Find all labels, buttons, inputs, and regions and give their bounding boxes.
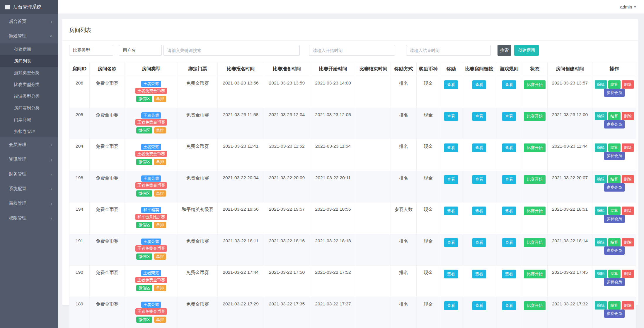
column-header: 状态 <box>522 62 548 76</box>
view-reward-button[interactable]: 查看 <box>444 143 458 152</box>
create-room-button[interactable]: 创建房间 <box>514 45 539 56</box>
view-rules-button[interactable]: 查看 <box>502 301 516 310</box>
sidebar-subitem[interactable]: 房间赛制分类 <box>0 102 58 114</box>
status-badge[interactable]: 比赛开始 <box>524 175 546 184</box>
view-link-button[interactable]: 查看 <box>472 270 486 278</box>
delete-button[interactable]: 删除 <box>622 80 634 89</box>
settle-button[interactable]: 结算 <box>608 175 621 183</box>
members-button[interactable]: 参赛会员 <box>604 89 625 97</box>
edit-button[interactable]: 编辑 <box>595 238 607 246</box>
sidebar-item[interactable]: 权限管理› <box>0 211 58 225</box>
status-badge[interactable]: 比赛开始 <box>524 238 546 247</box>
settle-button[interactable]: 结算 <box>608 207 621 215</box>
view-rules-button[interactable]: 查看 <box>502 143 516 152</box>
sidebar-item[interactable]: 会员管理› <box>0 137 58 152</box>
status-badge[interactable]: 比赛开始 <box>524 80 546 89</box>
view-reward-button[interactable]: 查看 <box>444 207 458 215</box>
view-reward-button[interactable]: 查看 <box>444 270 458 278</box>
sidebar-subitem[interactable]: 门票商城 <box>0 114 58 126</box>
delete-button[interactable]: 删除 <box>622 112 634 120</box>
delete-button[interactable]: 删除 <box>622 175 634 183</box>
members-button[interactable]: 参赛会员 <box>604 215 625 223</box>
members-button[interactable]: 参赛会员 <box>604 246 625 255</box>
status-badge[interactable]: 比赛开始 <box>524 112 546 121</box>
delete-button[interactable]: 删除 <box>622 207 634 215</box>
sidebar-item[interactable]: 后台首页› <box>0 14 58 29</box>
status-badge[interactable]: 比赛开始 <box>524 143 546 152</box>
members-button[interactable]: 参赛会员 <box>604 183 625 192</box>
view-reward-button[interactable]: 查看 <box>444 301 458 310</box>
delete-button[interactable]: 删除 <box>622 301 634 310</box>
status-badge[interactable]: 比赛开始 <box>524 270 546 278</box>
edit-button[interactable]: 编辑 <box>595 301 607 310</box>
view-rules-button[interactable]: 查看 <box>502 238 516 247</box>
view-link-button[interactable]: 查看 <box>472 143 486 152</box>
match-type-field[interactable] <box>69 45 113 56</box>
sidebar-subitem[interactable]: 游戏类型分类 <box>0 67 58 79</box>
settle-button[interactable]: 结算 <box>608 112 621 120</box>
user-menu[interactable]: admin ▾ <box>620 0 636 13</box>
settle-button[interactable]: 结算 <box>608 301 621 310</box>
view-link-button[interactable]: 查看 <box>472 175 486 184</box>
status-badge[interactable]: 比赛开始 <box>524 207 546 215</box>
view-link-button[interactable]: 查看 <box>472 80 486 89</box>
view-link-button[interactable]: 查看 <box>472 238 486 247</box>
view-reward-button[interactable]: 查看 <box>444 238 458 247</box>
room-type-tag: 王者荣耀 <box>141 270 161 276</box>
delete-button[interactable]: 删除 <box>622 238 634 246</box>
cell-created-time: 2021-03-22 18:14 <box>548 234 592 266</box>
sidebar-subitem[interactable]: 折扣卷管理 <box>0 126 58 137</box>
tag-line: 和平精英和平击杀比拼赛 <box>126 207 176 220</box>
sidebar-item[interactable]: 审核管理› <box>0 196 58 211</box>
cell-status: 比赛开始 <box>522 297 548 328</box>
settle-button[interactable]: 结算 <box>608 80 621 89</box>
keyword-search-input[interactable] <box>163 45 300 56</box>
members-button[interactable]: 参赛会员 <box>604 310 625 318</box>
action-line: 编辑结算删除 <box>594 80 635 89</box>
cell-start-time: 2021-03-22 18:56 <box>310 202 356 234</box>
delete-button[interactable]: 删除 <box>622 270 634 278</box>
sidebar-subitem[interactable]: 比赛类型分类 <box>0 79 58 90</box>
sidebar-item[interactable]: 资讯管理› <box>0 152 58 167</box>
view-rules-button[interactable]: 查看 <box>502 175 516 184</box>
sidebar-subitem[interactable]: 端游类型分类 <box>0 90 58 102</box>
sidebar-subitem[interactable]: 房间列表 <box>0 55 58 67</box>
cell-view-link: 查看 <box>462 171 496 202</box>
room-type-tag: 微信区 <box>136 190 152 197</box>
members-button[interactable]: 参赛会员 <box>604 120 625 129</box>
end-time-input[interactable] <box>406 45 491 56</box>
view-reward-button[interactable]: 查看 <box>444 80 458 89</box>
edit-button[interactable]: 编辑 <box>595 143 607 152</box>
cell-view-reward: 查看 <box>440 108 462 139</box>
edit-button[interactable]: 编辑 <box>595 112 607 120</box>
view-link-button[interactable]: 查看 <box>472 301 486 310</box>
view-link-button[interactable]: 查看 <box>472 207 486 215</box>
start-time-input[interactable] <box>309 45 395 56</box>
view-reward-button[interactable]: 查看 <box>444 175 458 184</box>
edit-button[interactable]: 编辑 <box>595 175 607 183</box>
search-button[interactable]: 搜索 <box>498 45 511 56</box>
sidebar-subitem[interactable]: 创建房间 <box>0 43 58 55</box>
members-button[interactable]: 参赛会员 <box>604 278 625 286</box>
delete-button[interactable]: 删除 <box>622 143 634 152</box>
sidebar-item[interactable]: 系统配置› <box>0 181 58 196</box>
settle-button[interactable]: 结算 <box>608 143 621 152</box>
username-field[interactable] <box>119 45 162 56</box>
column-header: 房间ID <box>69 62 90 76</box>
members-button[interactable]: 参赛会员 <box>604 152 625 160</box>
cell-ticket: 免费金币赛 <box>178 297 218 328</box>
settle-button[interactable]: 结算 <box>608 270 621 278</box>
sidebar-item[interactable]: 财务管理› <box>0 167 58 181</box>
view-rules-button[interactable]: 查看 <box>502 112 516 121</box>
edit-button[interactable]: 编辑 <box>595 207 607 215</box>
settle-button[interactable]: 结算 <box>608 238 621 246</box>
view-rules-button[interactable]: 查看 <box>502 207 516 215</box>
view-rules-button[interactable]: 查看 <box>502 80 516 89</box>
status-badge[interactable]: 比赛开始 <box>524 301 546 310</box>
view-reward-button[interactable]: 查看 <box>444 112 458 121</box>
sidebar-item[interactable]: 游戏管理˅ <box>0 29 58 43</box>
view-rules-button[interactable]: 查看 <box>502 270 516 278</box>
edit-button[interactable]: 编辑 <box>595 270 607 278</box>
edit-button[interactable]: 编辑 <box>595 80 607 89</box>
view-link-button[interactable]: 查看 <box>472 112 486 121</box>
